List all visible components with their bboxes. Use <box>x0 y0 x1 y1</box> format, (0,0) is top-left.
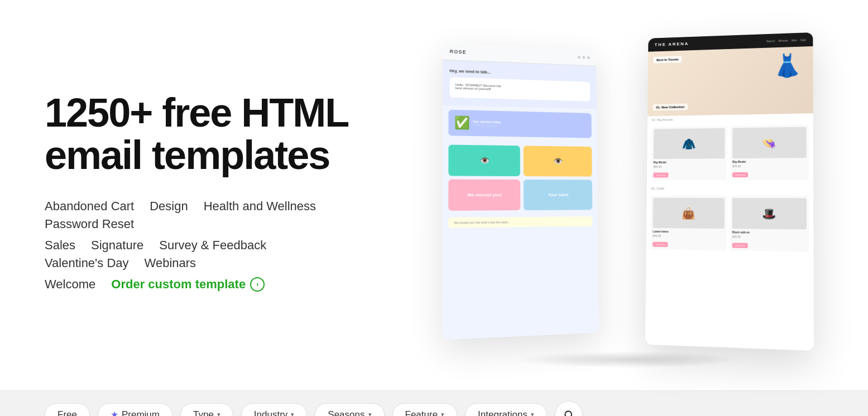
tag-row-3: Welcome Order custom template › <box>45 277 346 295</box>
filter-premium-label: Premium <box>122 409 160 417</box>
mockup-left-hero-text: Hey, we need to talk... <box>450 68 590 79</box>
tag-design[interactable]: Design <box>150 199 188 214</box>
product-item: 🎩 Black add-on $35.00 Shop Now <box>730 196 809 252</box>
grid-item-pink: We missed you! <box>448 179 520 210</box>
order-custom-template-link[interactable]: Order custom template › <box>111 277 265 292</box>
mockup-left: ROSE Hey, we need to talk... Hello, *[FN… <box>443 43 600 340</box>
mockup-right-brand: THE ARENA <box>655 41 689 47</box>
mockup-hero-image: Best In Trends 👗 01. New Collection <box>648 46 813 116</box>
mockup-right-nav: New In Women Men Sale <box>766 38 806 42</box>
product-grid-2: 👜 Latest items $45.00 Shop Now 🎩 Black a… <box>646 191 814 257</box>
tag-valentines-day[interactable]: Valentine's Day <box>45 256 129 270</box>
svg-point-0 <box>565 411 572 416</box>
hero-section: 1250+ free HTML email templates Abandone… <box>0 0 868 390</box>
tag-sales[interactable]: Sales <box>45 238 75 253</box>
filter-feature[interactable]: Feature ▾ <box>392 403 458 417</box>
mockup-grid: 👁️ 👁️ We missed you! Your turn! <box>443 140 598 215</box>
chevron-down-icon: ▾ <box>291 411 294 416</box>
hero-badge: Best In Trends <box>653 56 682 63</box>
product-item: 👒 Big Model $70.00 Shop Now <box>730 124 809 180</box>
filter-free-label: Free <box>57 409 77 417</box>
product-image: 👒 <box>732 127 806 159</box>
filter-seasons[interactable]: Seasons ▾ <box>315 403 384 417</box>
tag-row-2: Sales Signature Survey & Feedback Valent… <box>45 238 346 274</box>
tag-health-wellness[interactable]: Health and Wellness <box>204 199 316 214</box>
filter-integrations[interactable]: Integrations ▾ <box>465 403 547 417</box>
filter-type[interactable]: Type ▾ <box>180 403 233 417</box>
product-image: 👜 <box>653 198 725 229</box>
grid-item-teal: 👁️ <box>448 144 520 176</box>
section-label-2: 03. Outfit <box>647 185 814 191</box>
filter-feature-label: Feature <box>405 409 438 417</box>
mockup-left-brand: ROSE <box>450 49 467 55</box>
grid-item-yellow: 👁️ <box>524 146 592 176</box>
filter-industry-label: Industry <box>254 409 287 417</box>
tag-password-reset[interactable]: Password Reset <box>45 217 134 231</box>
chevron-down-icon: ▾ <box>441 411 444 416</box>
product-item: 🧥 Big Model $50.00 Shop Now <box>651 126 727 181</box>
shadow <box>516 351 740 368</box>
nav-dot <box>582 56 585 59</box>
nav-dot <box>587 56 590 59</box>
search-icon <box>563 409 574 417</box>
tag-abandoned-cart[interactable]: Abandoned Cart <box>45 199 134 214</box>
mockup-right: THE ARENA New In Women Men Sale Best In … <box>645 32 814 351</box>
nav-dot <box>578 56 581 59</box>
mockup-left-hero: Hey, we need to talk... Hello, *[FNAME]*… <box>443 60 597 109</box>
tag-webinars[interactable]: Webinars <box>145 256 196 270</box>
product-item: 👜 Latest items $45.00 Shop Now <box>650 196 727 251</box>
filter-bar: Free ★ Premium Type ▾ Industry ▾ Seasons… <box>0 390 868 416</box>
chevron-down-icon: ▾ <box>531 411 534 416</box>
product-image: 🎩 <box>732 198 807 229</box>
arrow-circle-icon: › <box>250 277 265 292</box>
search-button[interactable] <box>555 401 583 417</box>
eye-icon: 👁️ <box>480 156 490 165</box>
mockup-section: ROSE Hey, we need to talk... Hello, *[FN… <box>433 33 823 357</box>
product-image: 🧥 <box>654 128 725 159</box>
product-grid-1: 🧥 Big Model $50.00 Shop Now 👒 Big Model … <box>647 120 813 185</box>
tags-section: Abandoned Cart Design Health and Wellnes… <box>45 199 346 298</box>
tag-row-1: Abandoned Cart Design Health and Wellnes… <box>45 199 346 235</box>
filter-seasons-label: Seasons <box>328 409 365 417</box>
tag-survey-feedback[interactable]: Survey & Feedback <box>159 238 266 253</box>
eye-icon: 👁️ <box>553 157 563 166</box>
star-icon: ★ <box>111 409 118 416</box>
hero-title: 1250+ free HTML email templates <box>45 92 348 176</box>
mockup-nav-dots <box>578 56 590 59</box>
filter-premium[interactable]: ★ Premium <box>98 403 172 417</box>
tag-welcome[interactable]: Welcome <box>45 277 95 292</box>
mockup-content-block: ✅ Get started today Track your progress <box>448 110 592 138</box>
chevron-down-icon: ▾ <box>217 411 220 416</box>
tag-signature[interactable]: Signature <box>91 238 143 253</box>
filter-integrations-label: Integrations <box>478 409 527 417</box>
filter-type-label: Type <box>193 409 214 417</box>
filter-industry[interactable]: Industry ▾ <box>241 403 307 417</box>
filter-free[interactable]: Free <box>45 403 90 417</box>
hero-left: 1250+ free HTML email templates Abandone… <box>45 92 348 298</box>
grid-item-blue: Your turn! <box>524 180 592 210</box>
chevron-down-icon: ▾ <box>368 411 372 416</box>
